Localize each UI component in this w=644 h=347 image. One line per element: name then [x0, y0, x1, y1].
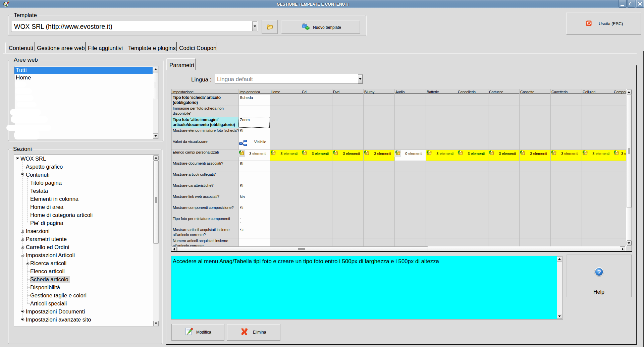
- svg-text:?: ?: [597, 269, 601, 276]
